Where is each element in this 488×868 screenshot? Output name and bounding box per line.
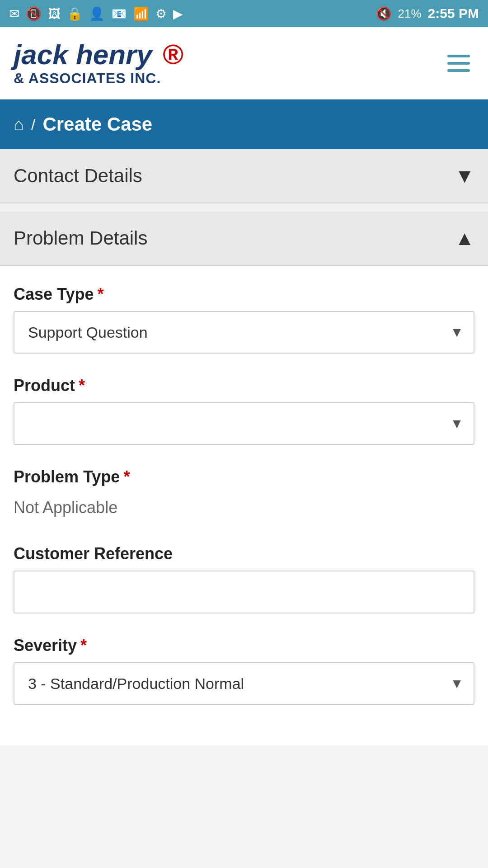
customer-reference-label: Customer Reference — [14, 544, 474, 563]
logo: jack henry & ASSOCIATES INC. ® — [14, 39, 183, 87]
problem-details-section[interactable]: Problem Details ▲ — [0, 212, 488, 266]
status-icons-right: 🔇 21% 2:55 PM — [376, 6, 479, 21]
security-icon: 🔒 — [67, 6, 83, 21]
cast-icon: ⚙ — [155, 6, 167, 21]
breadcrumb-separator: / — [31, 116, 35, 133]
case-type-required: * — [97, 285, 103, 304]
problem-details-form: Case Type * Support Question Incident Ch… — [0, 267, 488, 745]
logo-jack: jack henry — [14, 39, 161, 70]
menu-line-3 — [447, 69, 470, 72]
customer-reference-input[interactable] — [14, 571, 474, 613]
wifi-icon: 📶 — [133, 6, 149, 21]
case-type-select[interactable]: Support Question Incident Change Request — [14, 311, 474, 354]
product-select[interactable] — [14, 402, 474, 445]
logo-associates: & ASSOCIATES INC. — [14, 70, 161, 87]
menu-button[interactable] — [443, 50, 474, 76]
product-group: Product * — [14, 376, 474, 445]
home-icon[interactable]: ⌂ — [14, 115, 24, 134]
case-type-group: Case Type * Support Question Incident Ch… — [14, 285, 474, 354]
contact-details-section[interactable]: Contact Details ▼ — [0, 149, 488, 203]
battery-percentage: 21% — [398, 7, 422, 21]
logo-registered: ® — [163, 39, 183, 70]
severity-required: * — [80, 636, 87, 655]
gmail-icon: ✉ — [9, 6, 19, 21]
menu-line-1 — [447, 55, 470, 57]
problem-type-group: Problem Type * Not Applicable — [14, 467, 474, 522]
problem-type-required: * — [123, 467, 130, 486]
page-title: Create Case — [42, 113, 152, 135]
customer-reference-group: Customer Reference — [14, 544, 474, 613]
status-bar: ✉ 📵 🖼 🔒 👤 📧 📶 ⚙ ▶ 🔇 21% 2:55 PM — [0, 0, 488, 27]
image-icon: 🖼 — [48, 6, 61, 21]
contacts-icon: 👤 — [89, 6, 105, 21]
section-gap — [0, 204, 488, 212]
severity-select[interactable]: 1 - Critical 2 - High 3 - Standard/Produ… — [14, 662, 474, 705]
contact-details-chevron-down-icon: ▼ — [455, 165, 474, 187]
breadcrumb: ⌂ / Create Case — [0, 99, 488, 149]
mute-icon: 🔇 — [376, 6, 392, 21]
email-icon: 📧 — [111, 6, 127, 21]
contact-details-label: Contact Details — [14, 165, 142, 187]
problem-type-label: Problem Type * — [14, 467, 474, 486]
status-time: 2:55 PM — [428, 6, 479, 21]
problem-details-chevron-up-icon: ▲ — [455, 227, 474, 250]
app-header: jack henry & ASSOCIATES INC. ® — [0, 27, 488, 99]
case-type-select-wrapper: Support Question Incident Change Request — [14, 311, 474, 354]
severity-group: Severity * 1 - Critical 2 - High 3 - Sta… — [14, 636, 474, 705]
status-icons-left: ✉ 📵 🖼 🔒 👤 📧 📶 ⚙ ▶ — [9, 6, 183, 21]
product-select-wrapper — [14, 402, 474, 445]
problem-type-value: Not Applicable — [14, 494, 474, 522]
severity-select-wrapper: 1 - Critical 2 - High 3 - Standard/Produ… — [14, 662, 474, 705]
product-required: * — [79, 376, 85, 395]
play-icon: ▶ — [173, 6, 183, 21]
severity-label: Severity * — [14, 636, 474, 655]
product-label: Product * — [14, 376, 474, 395]
problem-details-label: Problem Details — [14, 227, 147, 249]
menu-line-2 — [447, 62, 470, 65]
missed-call-icon: 📵 — [26, 6, 42, 21]
case-type-label: Case Type * — [14, 285, 474, 304]
